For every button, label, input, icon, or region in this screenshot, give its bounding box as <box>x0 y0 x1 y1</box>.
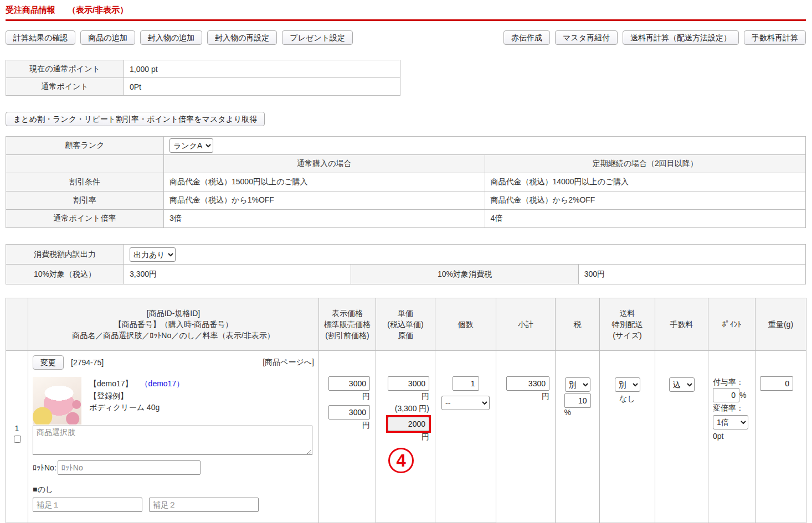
product-code-link[interactable]: （demo17） <box>141 379 184 388</box>
quantity-cell: -- <box>435 351 496 522</box>
point-mult-label: 変倍率： <box>713 402 753 414</box>
discount-rate-subscription: 商品代金（税込）から2%OFF <box>485 191 806 210</box>
table-header-row: [商品ID-規格ID] 【商品番号】（購入時-商品番号） 商品名／商品選択肢／ﾛ… <box>6 298 806 351</box>
tax-cell: 別 % <box>556 351 600 522</box>
relink-master-button[interactable]: マスタ再紐付 <box>555 30 618 45</box>
toolbar-left-group: 計算結果の確認 商品の追加 封入物の追加 封入物の再設定 プレゼント設定 <box>6 30 353 45</box>
lot-no-input[interactable] <box>58 460 201 475</box>
header-subtotal: 小計 <box>496 298 556 351</box>
normal-points-value: 0Pt <box>124 78 400 96</box>
product-reg-bracket: 【登録例】 <box>89 390 184 402</box>
subtotal-input[interactable] <box>506 376 549 391</box>
quantity-input[interactable] <box>453 376 479 391</box>
table-row: 消費税額内訳出力 出力あり <box>6 245 806 265</box>
tax-target-value: 3,300円 <box>124 265 351 284</box>
page-title: 受注商品情報 <box>6 5 55 14</box>
section-header: 受注商品情報（表示/非表示） <box>6 5 806 21</box>
tax-amount-label: 10%対象消費税 <box>351 265 578 284</box>
tax-output-select[interactable]: 出力あり <box>130 247 176 262</box>
fee-type-select[interactable]: 込 <box>669 377 695 392</box>
customer-rank-cell: ランクA <box>164 137 806 155</box>
toolbar: 計算結果の確認 商品の追加 封入物の追加 封入物の再設定 プレゼント設定 赤伝作… <box>6 30 806 45</box>
add-insert-button[interactable]: 封入物の追加 <box>140 30 202 45</box>
order-items-table: [商品ID-規格ID] 【商品番号】（購入時-商品番号） 商品名／商品選択肢／ﾛ… <box>6 298 806 523</box>
noshi-supplement2-input[interactable] <box>149 498 259 512</box>
noshi-supplement1-input[interactable] <box>33 498 142 512</box>
customer-rank-select[interactable]: ランクA <box>169 138 213 153</box>
display-price-input[interactable] <box>328 376 370 391</box>
tax-target-label: 10%対象（税込） <box>6 265 124 284</box>
percent-label: % <box>564 408 591 417</box>
recalc-fee-button[interactable]: 手数料再計算 <box>744 30 806 45</box>
fetch-master-row: まとめ割・ランク・リピート割引率・ポイント倍率をマスタより取得 <box>6 112 806 126</box>
table-row: 通常ポイント 0Pt <box>6 78 400 96</box>
current-points-value: 1,000 pt <box>124 60 400 78</box>
weight-cell <box>756 351 806 522</box>
shipping-type-select[interactable]: 別 <box>615 377 640 392</box>
tax-breakdown-table: 消費税額内訳出力 出力あり 10%対象（税込） 3,300円 10%対象消費税 … <box>6 244 806 284</box>
tax-output-cell: 出力あり <box>124 245 806 265</box>
yen-label: 円 <box>325 421 370 431</box>
header-product: [商品ID-規格ID] 【商品番号】（購入時-商品番号） 商品名／商品選択肢／ﾛ… <box>28 298 319 351</box>
header-tax: 税 <box>556 298 600 351</box>
product-name: ボディクリーム 40g <box>89 402 184 414</box>
reset-insert-button[interactable]: 封入物の再設定 <box>207 30 277 45</box>
point-multiplier-normal: 3倍 <box>164 210 485 228</box>
row-number: 1 <box>12 424 22 433</box>
header-product-line3: 商品名／商品選択肢／ﾛｯﾄNo／のし／料率（表示/非表示） <box>30 330 316 341</box>
unit-price-taxed: (3,300 円) <box>382 404 429 414</box>
yen-label: 円 <box>382 392 429 402</box>
point-rate-input[interactable] <box>713 388 739 402</box>
shipping-cell: 別 なし <box>600 351 655 522</box>
product-topline: 変更 [2794-75] [商品ページへ] <box>33 355 314 370</box>
row-checkbox[interactable] <box>14 436 21 443</box>
header-select-col <box>6 298 28 351</box>
header-quantity: 個数 <box>435 298 496 351</box>
table-row: 通常購入の場合 定期継続の場合（2回目以降） <box>6 155 806 173</box>
point-cell: 付与率： % 変倍率： 1倍 0pt <box>708 351 756 522</box>
recalc-shipping-button[interactable]: 送料再計算（配送方法設定） <box>623 30 739 45</box>
present-settings-button[interactable]: プレゼント設定 <box>282 30 353 45</box>
cost-price-input[interactable] <box>388 417 429 431</box>
quantity-option-select[interactable]: -- <box>441 396 490 410</box>
tax-type-select[interactable]: 別 <box>565 377 590 392</box>
cost-price-highlight <box>388 417 429 431</box>
point-multiplier-subscription: 4倍 <box>485 210 806 228</box>
header-shipping: 送料 特別配送 (サイズ) <box>600 298 655 351</box>
table-row: 10%対象（税込） 3,300円 10%対象消費税 300円 <box>6 265 806 284</box>
shipping-none-label: なし <box>605 394 649 404</box>
product-option-textarea[interactable] <box>33 426 312 455</box>
table-row: 現在の通常ポイント 1,000 pt <box>6 60 400 78</box>
product-cell: 変更 [2794-75] [商品ページへ] 【demo17】（demo17） 【… <box>28 351 319 522</box>
customer-rank-label: 顧客ランク <box>6 137 164 155</box>
confirm-calculation-button[interactable]: 計算結果の確認 <box>6 30 75 45</box>
tax-output-label: 消費税額内訳出力 <box>6 245 124 265</box>
point-multiplier-label: 通常ポイント倍率 <box>6 210 164 228</box>
header-unit-price: 単価 (税込単価) 原価 <box>376 298 435 351</box>
customer-rank-table: 顧客ランク ランクA 通常購入の場合 定期継続の場合（2回目以降） 割引条件 商… <box>6 136 806 228</box>
product-row: 1 変更 [2794-75] [商品ページへ] 【demo17】（demo17） <box>6 351 806 522</box>
point-multiplier-select[interactable]: 1倍 <box>713 415 748 429</box>
product-media: 【demo17】（demo17） 【登録例】 ボディクリーム 40g <box>33 377 314 424</box>
yen-label: 円 <box>325 392 370 402</box>
tax-rate-input[interactable] <box>564 393 591 408</box>
header-display-price: 表示価格 標準販売価格 (割引前価格) <box>319 298 376 351</box>
header-point: ﾎﾟｲﾝﾄ <box>708 298 756 351</box>
table-row: 顧客ランク ランクA <box>6 137 806 155</box>
header-product-line2: 【商品番号】（購入時-商品番号） <box>30 319 316 330</box>
weight-input[interactable] <box>760 376 793 391</box>
product-id: [2794-75] <box>71 358 104 367</box>
add-product-button[interactable]: 商品の追加 <box>80 30 135 45</box>
standard-price-input[interactable] <box>328 405 370 420</box>
unit-price-input[interactable] <box>388 376 429 391</box>
lot-no-label: ﾛｯﾄNo: <box>33 463 56 472</box>
show-hide-toggle[interactable]: （表示/非表示） <box>68 5 128 14</box>
change-product-button[interactable]: 変更 <box>33 355 64 370</box>
fetch-master-button[interactable]: まとめ割・ランク・リピート割引率・ポイント倍率をマスタより取得 <box>6 112 265 126</box>
header-product-line1: [商品ID-規格ID] <box>30 308 316 319</box>
red-slip-button[interactable]: 赤伝作成 <box>503 30 550 45</box>
point-rate-label: 付与率： <box>713 376 753 388</box>
product-page-link[interactable]: [商品ページへ] <box>263 358 314 367</box>
table-row: 通常ポイント倍率 3倍 4倍 <box>6 210 806 228</box>
annotation-circle-4: 4 <box>388 448 414 473</box>
